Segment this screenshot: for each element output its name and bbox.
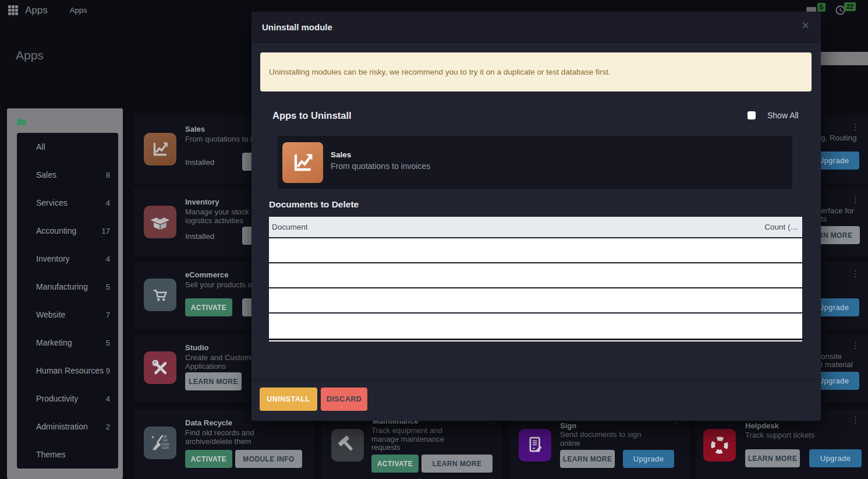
maintenance-app-icon bbox=[331, 429, 364, 462]
table-row[interactable] bbox=[269, 288, 802, 314]
activate-button[interactable]: ACTIVATE bbox=[185, 298, 232, 316]
apps-grid-icon[interactable] bbox=[8, 5, 18, 15]
table-row[interactable] bbox=[269, 238, 802, 263]
sidebar-item-human-resources[interactable]: Human Resources9 bbox=[17, 357, 118, 385]
sidebar-item-website[interactable]: Website7 bbox=[17, 301, 118, 329]
dialog-footer: UNINSTALL DISCARD bbox=[251, 379, 821, 421]
apps-page: Apps Apps 5 22 Apps All Sales8 Services4… bbox=[0, 0, 868, 479]
documents-table: Document Count (… bbox=[269, 217, 802, 341]
sign-app-icon bbox=[519, 429, 551, 462]
kebab-menu-icon[interactable]: ⋮ bbox=[851, 123, 860, 131]
sidebar-item-all[interactable]: All bbox=[17, 133, 118, 161]
card-subtitle-fragment: erface for bbox=[821, 206, 854, 215]
card-subtitle: Send documents to sign online bbox=[560, 431, 685, 448]
kebab-menu-icon[interactable]: ⋮ bbox=[851, 270, 860, 278]
sidebar-item-accounting[interactable]: Accounting17 bbox=[17, 217, 118, 245]
card-title: Sign bbox=[560, 421, 576, 430]
table-header-row: Document Count (… bbox=[269, 217, 802, 238]
upgrade-button[interactable]: Upgrade bbox=[809, 449, 862, 467]
learn-more-button[interactable]: LEARN MORE bbox=[185, 372, 242, 390]
learn-more-button[interactable]: LEARN MORE bbox=[560, 450, 615, 468]
category-sidebar: All Sales8 Services4 Accounting17 Invent… bbox=[7, 108, 123, 479]
sidebar-item-productivity[interactable]: Productivity4 bbox=[17, 385, 118, 413]
app-title: Sales bbox=[331, 150, 351, 159]
sidebar-item-inventory[interactable]: Inventory4 bbox=[17, 245, 118, 273]
svg-text:00: 00 bbox=[164, 435, 167, 438]
sidebar-item-administration[interactable]: Administration2 bbox=[17, 413, 118, 441]
data-recycle-app-icon: 0011101101100✦ bbox=[144, 427, 176, 459]
sidebar-item-marketing[interactable]: Marketing5 bbox=[17, 329, 118, 357]
menu-item-apps[interactable]: Apps bbox=[70, 6, 87, 15]
warning-banner: Uninstalling modules can be risky, we re… bbox=[260, 52, 812, 91]
card-subtitle-fragment: g, Routing bbox=[821, 133, 857, 142]
sales-app-icon bbox=[144, 133, 176, 165]
sales-app-icon bbox=[282, 142, 323, 183]
sidebar-item-manufacturing[interactable]: Manufacturing5 bbox=[17, 273, 118, 301]
discard-button[interactable]: DISCARD bbox=[321, 388, 367, 411]
activate-button[interactable]: ACTIVATE bbox=[185, 450, 232, 468]
kebab-menu-icon[interactable]: ⋮ bbox=[851, 341, 860, 350]
kebab-menu-icon[interactable]: ⋮ bbox=[851, 196, 860, 204]
card-subtitle-fragment: l material bbox=[821, 360, 853, 369]
ecommerce-app-icon bbox=[144, 279, 176, 311]
sidebar-item-services[interactable]: Services4 bbox=[17, 189, 118, 217]
count-column-header: Count (… bbox=[764, 223, 798, 231]
app-brand-title: Apps bbox=[25, 5, 48, 16]
card-subtitle: Find old records and archive/delete them bbox=[185, 429, 310, 446]
card-subtitle-fragment: ts bbox=[821, 214, 827, 223]
learn-more-button[interactable]: LEARN MORE bbox=[745, 449, 800, 467]
upgrade-button[interactable]: Upgrade bbox=[623, 450, 674, 468]
page-title: Apps bbox=[16, 48, 44, 62]
svg-text:0110: 0110 bbox=[162, 442, 169, 446]
svg-text:1100: 1100 bbox=[162, 446, 169, 449]
folder-icon bbox=[16, 118, 27, 128]
show-all-label: Show All bbox=[767, 111, 799, 120]
card-subtitle-fragment: onsite bbox=[821, 352, 842, 361]
card-subtitle: Track support tickets bbox=[745, 431, 868, 440]
svg-text:111: 111 bbox=[162, 438, 168, 442]
card-title: Studio bbox=[185, 343, 208, 352]
activate-button[interactable]: ACTIVATE bbox=[371, 455, 419, 473]
show-all-checkbox[interactable] bbox=[747, 111, 756, 119]
studio-app-icon bbox=[144, 351, 176, 384]
dialog-header: Uninstall module × bbox=[251, 12, 821, 43]
module-info-button[interactable]: MODULE INFO bbox=[235, 450, 302, 468]
card-subtitle: Track equipment and manage maintenance r… bbox=[371, 427, 497, 452]
category-list: All Sales8 Services4 Accounting17 Invent… bbox=[17, 133, 118, 469]
card-title: Helpdesk bbox=[745, 421, 779, 430]
table-row[interactable] bbox=[269, 314, 802, 339]
activity-badge: 22 bbox=[844, 2, 856, 11]
installed-status: Installed bbox=[185, 158, 214, 167]
documents-to-delete-heading: Documents to Delete bbox=[269, 199, 359, 210]
svg-text:✦: ✦ bbox=[151, 435, 155, 440]
app-subtitle: From quotations to invoices bbox=[331, 161, 430, 171]
card-title: Data Recycle bbox=[185, 418, 232, 427]
table-row[interactable] bbox=[269, 263, 802, 288]
document-column-header: Document bbox=[272, 223, 308, 231]
sidebar-item-themes[interactable]: Themes bbox=[17, 441, 118, 469]
close-icon[interactable]: × bbox=[802, 18, 809, 33]
sidebar-item-sales[interactable]: Sales8 bbox=[17, 161, 118, 189]
learn-more-button[interactable]: LEARN MORE bbox=[421, 455, 493, 473]
kebab-menu-icon[interactable]: ⋮ bbox=[851, 416, 860, 424]
card-title: Inventory bbox=[185, 198, 219, 206]
helpdesk-app-icon bbox=[703, 429, 736, 462]
search-input[interactable] bbox=[821, 52, 868, 65]
uninstall-module-dialog: Uninstall module × Uninstalling modules … bbox=[251, 12, 821, 421]
uninstall-button[interactable]: UNINSTALL bbox=[260, 388, 317, 411]
installed-status: Installed bbox=[185, 232, 214, 241]
card-title: Sales bbox=[185, 125, 205, 133]
card-title: eCommerce bbox=[185, 270, 228, 279]
inventory-app-icon bbox=[144, 206, 176, 238]
apps-to-uninstall-heading: Apps to Uninstall bbox=[272, 110, 352, 121]
chat-badge: 5 bbox=[817, 3, 826, 12]
dialog-title: Uninstall module bbox=[262, 22, 332, 32]
uninstall-app-row: Sales From quotations to invoices bbox=[278, 136, 792, 189]
